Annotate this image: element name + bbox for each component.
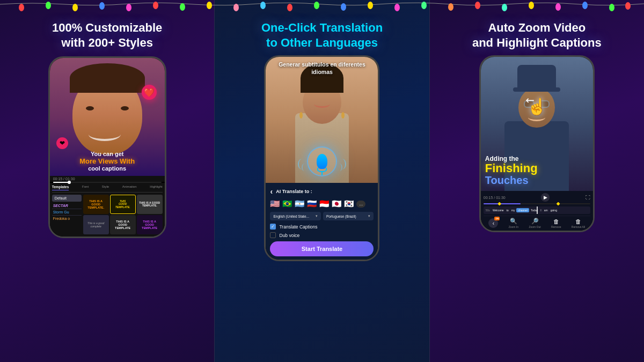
font-fredoka[interactable]: Fredoka o <box>52 216 82 221</box>
left-caption: You can get More Views With cool caption… <box>53 151 162 172</box>
left-toolbar-tabs: Templates Font Style Animation Highlight <box>50 183 165 193</box>
timeline-word-highlighted: channel <box>516 208 529 212</box>
timeline-word: Welcome <box>492 208 505 212</box>
left-progress-bar <box>53 182 162 183</box>
flag-row: 🇺🇸 🇧🇷 🇦🇷 🇷🇺 🇮🇩 🇯🇵 🇰🇷 ... <box>270 199 374 209</box>
video-editor-area: 00:15 / 01:30 ▶ ⛶ 50s <box>481 191 593 231</box>
left-time-bar: 00:15 / 01:30 <box>50 176 165 182</box>
tab-animation[interactable]: Animation <box>122 185 137 190</box>
template-card-2[interactable]: THISGOODTEMPLATE. <box>110 195 136 214</box>
editor-time: 00:15 / 01:30 <box>484 196 506 200</box>
right-phone-mockup: ☝ ↗ Adding the Finishing Touches 00:15 /… <box>479 55 595 232</box>
zoom-in-tool[interactable]: 🔍 Zoom In <box>509 218 518 228</box>
timeline-word: to <box>506 208 510 212</box>
expand-button[interactable]: ⛶ <box>586 195 590 200</box>
lang-from-selector[interactable]: English (United State... ▾ <box>270 212 321 220</box>
flag-kr[interactable]: 🇰🇷 <box>344 199 354 209</box>
left-content-area: Default SECTAR Storm Gu Fredoka o THIS I… <box>50 193 165 237</box>
tab-templates[interactable]: Templates <box>52 185 69 190</box>
dub-voice-checkbox[interactable] <box>270 232 276 238</box>
play-button[interactable]: ▶ <box>541 193 550 202</box>
lang-selectors: English (United State... ▾ Portuguese (B… <box>270 212 374 220</box>
font-sectar[interactable]: SECTAR <box>52 203 82 209</box>
zoom-out-tool[interactable]: 🔎 Zoom Out <box>529 218 540 228</box>
timeline-word: am <box>543 208 549 212</box>
left-panel: 100% Customizable with 200+ Styles <box>0 0 214 362</box>
left-panel-title: 100% Customizable with 200+ Styles <box>41 20 173 50</box>
editor-progress <box>484 203 590 204</box>
flag-ar[interactable]: 🇦🇷 <box>295 199 305 209</box>
translate-captions-row: ✓ Translate Captions <box>270 224 374 230</box>
tab-highlight[interactable]: Highlight <box>150 185 162 190</box>
timeline-word: I <box>539 208 542 212</box>
timeline-word: my <box>510 208 516 212</box>
remove-tool[interactable]: 🗑 Remove <box>551 218 561 228</box>
left-phone-screen: ❤️ ❤ You can get More Views With cool ca… <box>50 58 165 237</box>
template-card-3[interactable]: THIS IS A GOOD TEMPLATE. <box>137 195 163 214</box>
back-arrow-icon[interactable]: ‹ <box>270 187 273 196</box>
font-default[interactable]: Default <box>52 195 82 202</box>
tab-style[interactable]: Style <box>102 185 109 190</box>
timeline-word: going <box>550 208 558 212</box>
right-phone-screen: ☝ ↗ Adding the Finishing Touches 00:15 /… <box>481 57 593 231</box>
left-phone-mockup: ❤️ ❤ You can get More Views With cool ca… <box>48 56 166 238</box>
template-card-4[interactable]: This is a good complete <box>83 215 109 234</box>
template-card-5[interactable]: THIS IS AGOODTEMPLATE <box>110 215 136 234</box>
flag-jp[interactable]: 🇯🇵 <box>332 199 342 209</box>
right-panel-title: Auto Zoom Video and Highlight Captions <box>462 20 612 50</box>
dub-voice-row: Dub voice <box>270 232 374 238</box>
flag-id[interactable]: 🇮🇩 <box>319 199 330 209</box>
middle-phone-screen: Generar subtítulos en diferentes idiomas… <box>266 57 378 260</box>
timeline-track: 50s Welcome to my channel Today I am goi… <box>484 206 590 214</box>
right-panel: Auto Zoom Video and Highlight Captions <box>430 0 644 362</box>
template-card-1[interactable]: THIS IS AGOODTEMPLATE. <box>83 195 109 214</box>
start-translate-button[interactable]: Start Translate <box>270 241 374 256</box>
small-heart: ❤ <box>56 137 68 149</box>
translate-captions-checkbox[interactable]: ✓ <box>270 224 276 230</box>
flag-us[interactable]: 🇺🇸 <box>270 199 280 209</box>
finishing-overlay: Adding the Finishing Touches <box>485 155 589 187</box>
middle-phone-mockup: Generar subtítulos en diferentes idiomas… <box>264 55 379 261</box>
more-flags-btn[interactable]: ... <box>356 201 365 208</box>
remove-all-tool[interactable]: 🗑 Remove All <box>572 218 585 228</box>
font-storm[interactable]: Storm Gu <box>52 209 82 216</box>
middle-panel-title: One-Click Translation to Other Languages <box>251 20 393 50</box>
heart-badge: ❤️ <box>142 85 157 100</box>
subtitle-text: Generar subtítulos en diferentes idiomas <box>266 61 378 76</box>
mic-circle <box>307 146 337 176</box>
tab-font[interactable]: Font <box>82 185 89 190</box>
lang-to-selector[interactable]: Portuguese (Brazil) ▾ <box>323 212 374 220</box>
bottom-toolbar: ‹ ON 🔍 Zoom In 🔎 Zoom Out <box>484 216 590 231</box>
template-grid: THIS IS AGOODTEMPLATE. THISGOODTEMPLATE.… <box>83 195 163 234</box>
font-list: Default SECTAR Storm Gu Fredoka o <box>52 195 82 234</box>
back-tool[interactable]: ‹ ON <box>488 218 498 228</box>
timeline-word: 50s <box>485 208 491 212</box>
lang-from-chevron: ▾ <box>316 214 318 218</box>
flag-ru[interactable]: 🇷🇺 <box>307 199 317 209</box>
lang-to-chevron: ▾ <box>368 214 370 218</box>
middle-panel: One-Click Translation to Other Languages <box>214 0 429 362</box>
template-card-6[interactable]: THIS IS AGOODTEMPLATE <box>137 215 163 234</box>
translate-panel: ‹ AI Translate to : 🇺🇸 🇧🇷 🇦🇷 🇷🇺 🇮🇩 🇯🇵 🇰🇷… <box>266 183 378 260</box>
flag-br[interactable]: 🇧🇷 <box>282 199 292 209</box>
translate-header: ‹ AI Translate to : <box>270 187 374 196</box>
